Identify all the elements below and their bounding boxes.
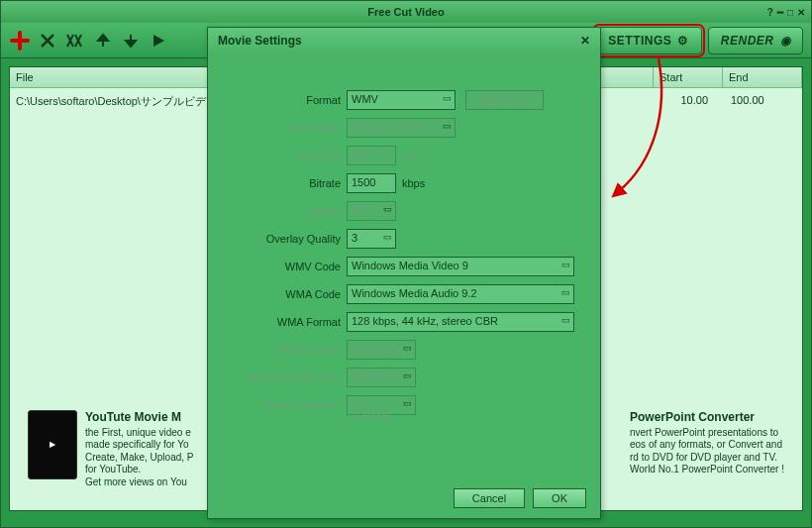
label-format: Format bbox=[218, 94, 347, 106]
delete-all-icon[interactable] bbox=[64, 30, 86, 52]
render-label: RENDER bbox=[721, 34, 774, 48]
audio-sample-rate-select: 48000 Hz bbox=[347, 368, 416, 387]
file-size-input: 100 bbox=[347, 146, 396, 165]
label-bitrate: Bitrate bbox=[218, 177, 347, 189]
overlay-quality-select[interactable]: 3 bbox=[347, 229, 396, 249]
label-audio-sample-rate: Audio Sample Rate bbox=[218, 371, 347, 383]
wma-code-select[interactable]: Windows Media Audio 9.2 bbox=[347, 284, 574, 304]
promo-thumb-icon: ▶ bbox=[28, 410, 77, 479]
add-icon[interactable] bbox=[9, 30, 31, 52]
move-up-icon[interactable] bbox=[92, 30, 114, 52]
move-down-icon[interactable] bbox=[120, 30, 142, 52]
disc-icon: ◉ bbox=[780, 34, 791, 48]
minimize-icon[interactable]: ━ bbox=[777, 7, 783, 18]
movie-settings-dialog: Movie Settings ✕ Format WMV Advanced Siz… bbox=[207, 27, 601, 519]
settings-button[interactable]: SETTINGS ⚙ bbox=[595, 27, 702, 54]
label-audio-bitrate: Audio Bitrate bbox=[218, 344, 347, 356]
label-size-mode: Size Mode bbox=[218, 122, 347, 134]
label-overlay-quality: Overlay Quality bbox=[218, 233, 347, 245]
cell-end: 100.00 bbox=[723, 88, 802, 115]
audio-channels-select: 2 (Stereo) bbox=[347, 395, 416, 415]
col-end[interactable]: End bbox=[723, 67, 802, 87]
promo-right-title: PowerPoint Converter bbox=[630, 410, 784, 424]
play-icon[interactable] bbox=[148, 30, 169, 52]
gear-icon: ⚙ bbox=[677, 34, 689, 48]
quality-select: 25 bbox=[347, 201, 396, 221]
label-quality: Quality bbox=[218, 205, 347, 217]
col-start[interactable]: Start bbox=[654, 67, 723, 87]
title-bar: Free Cut Video ? ━ □ ✕ bbox=[1, 1, 811, 23]
advanced-button: Advanced bbox=[465, 90, 544, 110]
dialog-title: Movie Settings bbox=[218, 34, 302, 48]
ok-button[interactable]: OK bbox=[533, 488, 586, 508]
help-icon[interactable]: ? bbox=[767, 7, 773, 18]
wma-format-select[interactable]: 128 kbps, 44 kHz, stereo CBR bbox=[347, 312, 574, 332]
audio-bitrate-select: 128 Kbps bbox=[347, 340, 416, 360]
close-icon[interactable]: ✕ bbox=[797, 7, 805, 18]
cancel-button[interactable]: Cancel bbox=[454, 488, 525, 508]
label-wma-format: WMA Format bbox=[218, 316, 347, 328]
format-select[interactable]: WMV bbox=[347, 90, 456, 110]
render-button[interactable]: RENDER ◉ bbox=[708, 27, 803, 54]
app-title: Free Cut Video bbox=[1, 6, 811, 18]
label-wmv-code: WMV Code bbox=[218, 261, 347, 272]
size-mode-select: Bitrate Priority bbox=[347, 118, 456, 138]
label-wma-code: WMA Code bbox=[218, 288, 347, 300]
cell-start: 10.00 bbox=[654, 88, 723, 115]
dialog-close-icon[interactable]: ✕ bbox=[580, 34, 590, 48]
label-file-size: File Size bbox=[218, 150, 347, 161]
wmv-code-select[interactable]: Windows Media Video 9 bbox=[347, 257, 574, 276]
promo-left-title: YouTute Movie M bbox=[85, 410, 194, 424]
delete-icon[interactable] bbox=[37, 30, 58, 52]
label-audio-channels: Audio Channels bbox=[218, 399, 347, 411]
bitrate-input[interactable]: 1500 bbox=[347, 173, 396, 193]
maximize-icon[interactable]: □ bbox=[787, 7, 793, 18]
settings-label: SETTINGS bbox=[608, 34, 671, 48]
